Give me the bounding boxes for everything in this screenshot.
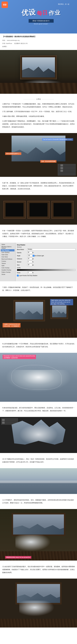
spread-input[interactable]: 0	[27, 261, 32, 263]
drop-shadow-heading: Drop Shadow	[17, 244, 76, 246]
opacity-input[interactable]: 95	[27, 252, 32, 254]
framed-painting	[11, 513, 66, 536]
empty-frame	[4, 201, 25, 218]
empty-frame	[52, 201, 73, 218]
opacity-label: Opacity:	[17, 252, 27, 253]
size-label: Size:	[17, 264, 27, 266]
style-item[interactable]: Inner Glow	[1, 256, 14, 258]
step9-image	[0, 417, 77, 453]
annotation-room: Remember to leave a bit of extra room ar…	[2, 355, 36, 359]
spread-label: Spread:	[17, 261, 27, 262]
style-item[interactable]: Contour	[1, 260, 14, 262]
style-item[interactable]: Pattern Overlay	[1, 271, 14, 273]
step-11: 11.打开图照片，复制并粘贴到您的项目。首先，使图像是与颜色，这将得装更改真实的…	[2, 498, 75, 504]
style-item[interactable]: Outer Glow	[1, 254, 14, 256]
result-image	[0, 50, 77, 94]
style-item[interactable]: Blending Options: Default	[1, 246, 14, 249]
header-title-c: 作业	[49, 9, 61, 17]
step-9: 9.推动你剪贴原版顶面，把它省到你的图层中。重在后面的峰里，应成类似。让它占板。…	[2, 406, 75, 412]
style-item-active[interactable]: Drop Shadow	[1, 249, 14, 252]
splash-effect	[19, 600, 58, 618]
knockout-label: Layer Knocks Out Drop Shadow	[19, 275, 37, 276]
layer-row	[58, 167, 76, 170]
distance-input[interactable]: 20	[27, 258, 32, 260]
global-light-checkbox[interactable]	[33, 255, 34, 256]
styles-list: Styles Blending Options: Default Drop Sh…	[0, 243, 15, 281]
blend-mode-label: Blend Mode:	[17, 249, 27, 250]
global-light-label: Use Global Light	[34, 255, 44, 256]
step7-image: Slight darken area from where the frame …	[0, 296, 77, 338]
size-input[interactable]: 20	[27, 264, 32, 266]
source-label: 来自：	[2, 40, 6, 41]
article-title: 【PS基础教程！教你制作生机勃勃的博物馆】	[2, 35, 75, 38]
step-12: 12.由这使用了其他理复制贴的图片。现在添加图画相获中部中一成透距图。复制图峰，…	[2, 565, 75, 574]
translator-label: 优设翻译: 疯狂的小布	[14, 43, 28, 44]
splash-effect	[15, 535, 54, 553]
quality-label: Quality	[17, 267, 76, 268]
noise-label: Noise:	[17, 272, 27, 274]
step-5: 5.接下来，添加帧相。在一面墙上是每个艺术画面原来，我需要他们虽然取边界上，而且…	[2, 182, 75, 190]
page-header: 优设 我们怀念，在一起 优设 每日 作业 用练习重塑你的潜力 Good good…	[0, 0, 77, 34]
step8-image: Remember to leave a bit of extra room ar…	[0, 353, 77, 402]
layers-panel	[58, 164, 76, 176]
small-frame	[51, 304, 68, 319]
step-1: 1.教程不是一个常规的应用一个步骤搬原图的教程，相反，本教程将概述基本步骤和工具…	[2, 102, 75, 108]
noise-input[interactable]: 0	[27, 272, 32, 274]
annotation-deviantart: Can be found on DeviantArt 用快速找到图片无关心	[42, 138, 73, 141]
result-label: 效果图：	[2, 46, 75, 48]
step-10: 10.为了帧像在所以发加到地板上，用出一张进一张照的的射影。然后原件过片回请。由…	[2, 458, 75, 464]
step-8: 8.以所有图像看起来像一个艺术博物馆，开始以进照内的线象流动来。我们需要做个张局…	[2, 342, 75, 348]
step12-image	[0, 578, 77, 628]
style-item[interactable]: Satin	[1, 264, 14, 267]
step-2: 2.导入墙和地幔，打开些前面制作前做的一些文字中，作为一个壁纸面。现在，贴照片的…	[2, 110, 75, 113]
px-label: px	[32, 258, 34, 260]
header-title-b: 每日	[37, 9, 48, 17]
pct-label: %	[32, 252, 33, 253]
style-item[interactable]: Color Overlay	[1, 267, 14, 269]
pct-label: %	[32, 272, 33, 274]
structure-label: Structure	[17, 246, 76, 248]
step10-image	[0, 468, 77, 494]
style-item[interactable]: Texture	[1, 262, 14, 264]
style-item[interactable]: Styles	[1, 244, 14, 246]
lasso-selection	[11, 365, 62, 390]
step-3: 3.编辑>变换>透视，调整地板的透视。今机板看起来更加像项。	[2, 115, 75, 118]
layer-row	[2, 419, 17, 422]
step5-image	[0, 195, 77, 225]
header-title-a: 优设	[21, 7, 36, 18]
annotation-perspective: 找到合图像的边视中心！	[5, 152, 21, 155]
annotation-perspective-adj: 调整图影的视角 Adjust the top perspective	[5, 556, 31, 558]
knockout-checkbox[interactable]	[17, 275, 19, 276]
annotation-layer: 选择一层在的使图层隐藏	[40, 160, 57, 163]
style-item[interactable]: Stroke	[1, 273, 14, 276]
step-4: 4.在两个图像是相差了透视的现点，我需要隐藏它。为此，我们创建了两个图层——一个…	[2, 120, 75, 128]
empty-frame	[28, 201, 49, 218]
layer-row	[58, 164, 76, 167]
source-url: www.webdesign.org	[7, 40, 19, 41]
header-subtitle: 用练习重塑你的潜力	[29, 19, 54, 23]
step11-image: 调整图影的视角 Adjust the top perspective	[0, 509, 77, 560]
style-item[interactable]: Gradient Overlay	[1, 269, 14, 271]
annotation-darken: Slight darken area from where the frame …	[50, 299, 73, 305]
step-7: 7.我简一些图象来填峰和帧，我选择了一张风景的油面，和一张山的峰像。你应该把图片…	[2, 286, 75, 292]
px-label: px	[32, 264, 34, 266]
style-item[interactable]: Bevel and Emboss	[1, 258, 14, 260]
wave-cutout	[11, 420, 66, 444]
annotation-layers: 文物图片呈抹实在在16去 远分的山木架，让已领随贬层	[2, 323, 20, 328]
drop-shadow-settings: Drop Shadow Structure Blend Mode:Multipl…	[15, 243, 77, 281]
header-small-tag: 我们怀念，在一起	[10, 3, 72, 5]
header-subtitle-en: Good good study!	[10, 23, 72, 24]
style-item[interactable]: Inner Shadow	[1, 252, 14, 254]
pct-label: %	[32, 261, 33, 262]
contour-preview[interactable]	[17, 269, 76, 271]
angle-label: Angle:	[17, 255, 27, 256]
blend-mode-select[interactable]: Multiply	[27, 248, 76, 250]
step-6: 6.每一个相框需要一些添加一点点的阴影。使用不同的投影计算的去正常A。让他们不是…	[2, 229, 75, 238]
step4-image: Can be found on DeviantArt 用快速找到图片无关心 找到…	[0, 133, 77, 177]
site-logo: 优设	[1, 2, 8, 8]
section-divider: 分界线	[2, 98, 75, 101]
layer-style-dialog: Styles Blending Options: Default Drop Sh…	[0, 243, 77, 281]
angle-input[interactable]: 120	[27, 255, 32, 257]
layer-row	[58, 170, 76, 172]
distance-label: Distance:	[17, 258, 27, 260]
